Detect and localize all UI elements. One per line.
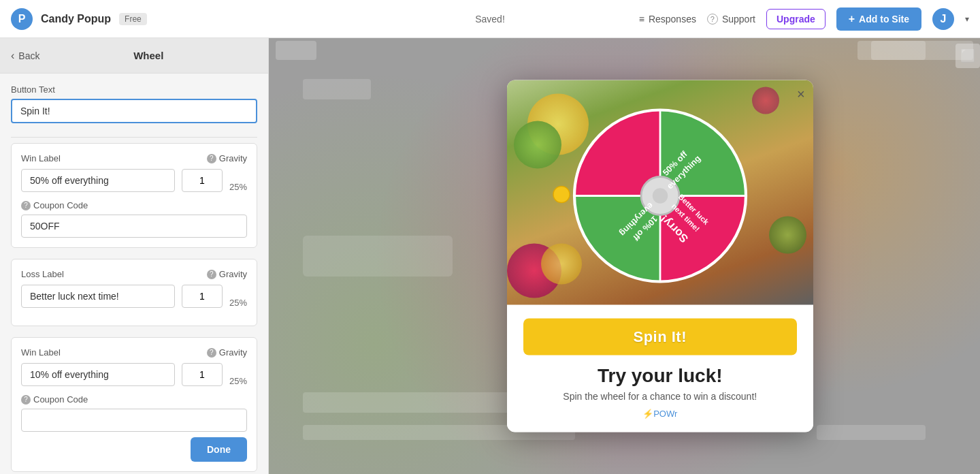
- win-label-header-1: Win Label: [21, 153, 61, 163]
- svg-point-0: [553, 187, 570, 203]
- button-text-label: Button Text: [11, 84, 257, 95]
- divider-1: [11, 137, 257, 138]
- gravity-question-icon-loss: ?: [207, 270, 216, 279]
- canvas-area: ⬜ ×: [269, 38, 980, 474]
- win-section-1: Win Label ? Gravity 25% ? Coupon Code: [11, 143, 257, 248]
- popup-bottom: Spin It! Try your luck! Spin the wheel f…: [507, 305, 813, 432]
- win-section-2: Win Label ? Gravity 25% ? Coupon Code: [11, 337, 257, 472]
- question-icon: ?: [707, 14, 718, 25]
- app-title: Candy Popup: [41, 13, 111, 25]
- gravity-input-loss[interactable]: [182, 285, 223, 308]
- gravity-percent-loss: 25%: [229, 298, 247, 308]
- gravity-input-1[interactable]: [182, 169, 223, 192]
- popup-subtext: Spin the wheel for a chance to win a dis…: [523, 391, 797, 402]
- sidebar: ‹ Back Wheel Button Text Win Label ?: [0, 38, 269, 474]
- saved-status: Saved!: [475, 14, 505, 25]
- coupon-code-input-2[interactable]: [21, 409, 247, 432]
- app-logo: P: [11, 8, 33, 30]
- svg-point-4: [653, 188, 668, 203]
- win-label-input-2[interactable]: [21, 363, 175, 386]
- header-right-section: ≡ Responses ? Support Upgrade + Add to S…: [639, 7, 969, 31]
- plus-icon: +: [849, 13, 855, 25]
- button-text-input[interactable]: [11, 99, 257, 123]
- sidebar-section-title: Wheel: [133, 50, 163, 61]
- popup-headline: Try your luck!: [523, 365, 797, 387]
- canvas-rect-top-left: [276, 41, 316, 60]
- canvas-rect-monitor: ⬜: [956, 44, 980, 68]
- powr-branding[interactable]: ⚡POWr: [523, 409, 797, 419]
- canvas-content-rect-4: [303, 79, 371, 99]
- app-header: P Candy Popup Free Saved! ≡ Responses ? …: [0, 0, 980, 38]
- back-label: Back: [18, 50, 39, 61]
- canvas-content-rect-3: [817, 425, 926, 440]
- popup-modal: ×: [507, 80, 813, 432]
- responses-label: Responses: [649, 14, 696, 25]
- chevron-down-icon[interactable]: ▾: [965, 14, 969, 24]
- popup-close-button[interactable]: ×: [797, 87, 805, 101]
- gravity-label-1: ? Gravity: [207, 153, 247, 163]
- responses-button[interactable]: ≡ Responses: [639, 14, 696, 25]
- sidebar-content: Button Text Win Label ? Gravity 25%: [0, 74, 268, 474]
- back-button[interactable]: ‹ Back: [11, 50, 39, 62]
- gravity-input-2[interactable]: [182, 363, 223, 386]
- win-label-header-2: Win Label: [21, 347, 61, 358]
- add-to-site-label: Add to Site: [859, 14, 909, 25]
- loss-label-row: Loss Label ? Gravity: [21, 269, 247, 279]
- back-arrow-icon: ‹: [11, 50, 14, 62]
- coupon-question-icon-1: ?: [21, 201, 31, 210]
- add-to-site-button[interactable]: + Add to Site: [836, 7, 921, 31]
- gravity-label-2: ? Gravity: [207, 347, 247, 358]
- win-label-input-1[interactable]: [21, 169, 175, 192]
- canvas-rect-mid: [303, 236, 453, 276]
- gravity-question-icon-1: ?: [207, 154, 216, 163]
- spin-button[interactable]: Spin It!: [523, 319, 797, 356]
- win-label-row-1: Win Label ? Gravity: [21, 153, 247, 163]
- gravity-question-icon-2: ?: [207, 348, 216, 358]
- main-layout: ‹ Back Wheel Button Text Win Label ?: [0, 38, 980, 474]
- sidebar-top-bar: ‹ Back Wheel: [0, 38, 268, 74]
- button-text-field-group: Button Text: [11, 84, 257, 123]
- coupon-code-label-1: ? Coupon Code: [21, 200, 247, 210]
- gravity-label-loss: ? Gravity: [207, 269, 247, 279]
- coupon-section-2: ? Coupon Code: [21, 394, 247, 432]
- win-fields-1: 25%: [21, 169, 247, 192]
- win-label-row-2: Win Label ? Gravity: [21, 347, 247, 358]
- win-fields-2: 25%: [21, 363, 247, 386]
- coupon-code-input-1[interactable]: [21, 215, 247, 238]
- coupon-section-1: ? Coupon Code: [21, 200, 247, 238]
- wheel-svg-wrapper: Sorry! 50% off everything 10% off everyt…: [565, 101, 755, 291]
- gravity-percent-2: 25%: [229, 376, 247, 386]
- user-avatar[interactable]: J: [932, 8, 954, 30]
- done-button[interactable]: Done: [191, 437, 247, 462]
- upgrade-button[interactable]: Upgrade: [766, 9, 826, 29]
- loss-label-input[interactable]: [21, 285, 175, 308]
- support-label: Support: [722, 14, 755, 25]
- wheel-container: Sorry! 50% off everything 10% off everyt…: [507, 80, 813, 305]
- wheel-pointer: [553, 186, 570, 206]
- popup-header-bg: ×: [507, 80, 813, 305]
- loss-fields: 25%: [21, 285, 247, 308]
- loss-section: Loss Label ? Gravity 25%: [11, 259, 257, 326]
- loss-label-header: Loss Label: [21, 269, 64, 279]
- support-button[interactable]: ? Support: [707, 14, 755, 25]
- coupon-code-label-2: ? Coupon Code: [21, 394, 247, 405]
- list-icon: ≡: [639, 14, 644, 25]
- coupon-question-icon-2: ?: [21, 395, 31, 405]
- spin-wheel[interactable]: Sorry! 50% off everything 10% off everyt…: [565, 101, 755, 291]
- free-badge: Free: [119, 13, 147, 25]
- gravity-percent-1: 25%: [229, 182, 247, 192]
